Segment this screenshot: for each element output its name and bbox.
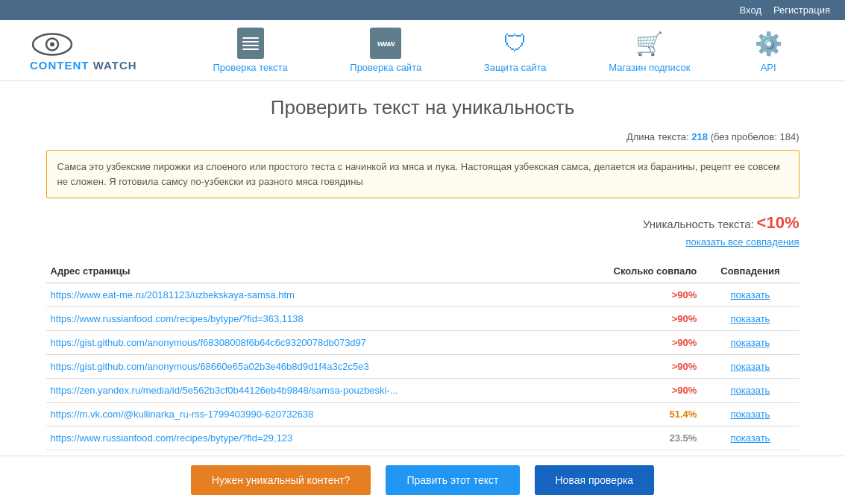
row-count: >90% xyxy=(569,379,702,403)
row-show: показать xyxy=(701,403,799,426)
nav-protect-site-label: Защита сайта xyxy=(484,62,547,73)
page-link[interactable]: https://www.eat-me.ru/20181123/uzbekskay… xyxy=(51,289,295,300)
show-link[interactable]: показать xyxy=(730,432,770,444)
table-row: https://gist.github.com/anonymous/f68308… xyxy=(46,331,800,355)
table-row: https://zen.yandex.ru/media/id/5e562b3cf… xyxy=(46,379,800,403)
nav-shop-label: Магазин подписок xyxy=(609,62,690,73)
col-matches: Совпадения xyxy=(701,259,799,283)
table-row: https://www.eat-me.ru/20181123/uzbekskay… xyxy=(46,283,800,307)
text-display: Самса это узбекские пирожки из слоеного … xyxy=(46,150,800,198)
text-content: Самса это узбекские пирожки из слоеного … xyxy=(57,161,781,187)
row-url: https://www.russianfood.com/recipes/byty… xyxy=(46,307,569,331)
btn-edit-text[interactable]: Править этот текст xyxy=(386,465,519,495)
bottom-bar: Нужен уникальный контент? Править этот т… xyxy=(0,456,845,504)
www-icon: www xyxy=(370,28,401,59)
register-link[interactable]: Регистрация xyxy=(773,4,830,16)
nav-check-site-label: Проверка сайта xyxy=(350,62,421,73)
page-title: Проверить текст на уникальность xyxy=(46,96,800,119)
row-show: показать xyxy=(701,355,799,379)
shield-icon: 🛡 xyxy=(503,30,527,57)
row-count: >90% xyxy=(569,355,702,379)
row-url: https://www.russianfood.com/recipes/byty… xyxy=(46,426,569,450)
row-url: https://m.vk.com/@kullinarka_ru-rss-1799… xyxy=(46,403,569,426)
nav-check-site[interactable]: www Проверка сайта xyxy=(335,28,436,73)
logo[interactable]: CONTENT WATCH xyxy=(30,29,137,72)
row-count: >90% xyxy=(569,307,702,331)
svg-point-2 xyxy=(50,42,54,47)
col-address: Адрес страницы xyxy=(46,259,569,283)
nav-protect-site[interactable]: 🛡 Защита сайта xyxy=(469,28,562,73)
main-content: Проверить текст на уникальность Длина те… xyxy=(31,81,814,504)
row-url: https://gist.github.com/anonymous/f68308… xyxy=(46,331,569,355)
nav-api[interactable]: ⚙️ API xyxy=(738,28,799,73)
nav-api-label: API xyxy=(761,62,776,73)
table-row: https://www.russianfood.com/recipes/byty… xyxy=(46,426,800,450)
btn-unique-content[interactable]: Нужен уникальный контент? xyxy=(191,465,371,495)
row-count: 51.4% xyxy=(569,403,702,426)
show-all-link[interactable]: показать все совпадения xyxy=(46,236,800,248)
results-table: Адрес страницы Сколько совпало Совпадени… xyxy=(46,259,800,474)
show-link[interactable]: показать xyxy=(730,337,770,348)
top-bar: Вход Регистрация xyxy=(0,0,845,20)
logo-text: CONTENT WATCH xyxy=(30,59,137,72)
page-link[interactable]: https://zen.yandex.ru/media/id/5e562b3cf… xyxy=(51,385,398,396)
row-show: показать xyxy=(701,283,799,307)
page-link[interactable]: https://www.russianfood.com/recipes/byty… xyxy=(51,313,304,324)
row-show: показать xyxy=(701,331,799,355)
page-link[interactable]: https://www.russianfood.com/recipes/byty… xyxy=(51,432,293,444)
nav-check-text[interactable]: Проверка текста xyxy=(198,28,302,73)
show-link[interactable]: показать xyxy=(730,289,770,300)
row-show: показать xyxy=(701,307,799,331)
row-url: https://zen.yandex.ru/media/id/5e562b3cf… xyxy=(46,379,569,403)
cart-icon: 🛒 xyxy=(635,31,663,57)
table-row: https://m.vk.com/@kullinarka_ru-rss-1799… xyxy=(46,403,800,426)
table-row: https://www.russianfood.com/recipes/byty… xyxy=(46,307,800,331)
show-link[interactable]: показать xyxy=(730,313,770,324)
main-nav: Проверка текста www Проверка сайта 🛡 Защ… xyxy=(182,28,815,73)
page-link[interactable]: https://gist.github.com/anonymous/f68308… xyxy=(51,337,367,348)
api-icon: ⚙️ xyxy=(755,31,782,57)
login-link[interactable]: Вход xyxy=(740,4,761,16)
nav-shop[interactable]: 🛒 Магазин подписок xyxy=(594,28,705,73)
row-url: https://gist.github.com/anonymous/68660e… xyxy=(46,355,569,379)
show-link[interactable]: показать xyxy=(730,361,770,372)
page-link[interactable]: https://gist.github.com/anonymous/68660e… xyxy=(51,361,369,372)
row-url: https://www.eat-me.ru/20181123/uzbekskay… xyxy=(46,283,569,307)
show-link[interactable]: показать xyxy=(730,385,770,396)
doc-icon xyxy=(237,28,264,59)
text-length: Длина текста: 218 (без пробелов: 184) xyxy=(46,131,800,142)
row-show: показать xyxy=(701,379,799,403)
table-row: https://gist.github.com/anonymous/68660e… xyxy=(46,355,800,379)
row-count: >90% xyxy=(569,283,702,307)
show-link[interactable]: показать xyxy=(730,409,770,420)
uniqueness-row: Уникальность текста: <10% xyxy=(46,213,800,233)
page-link[interactable]: https://m.vk.com/@kullinarka_ru-rss-1799… xyxy=(51,409,314,420)
col-count: Сколько совпало xyxy=(569,259,702,283)
row-count: 23.5% xyxy=(569,426,702,450)
btn-new-check[interactable]: Новая проверка xyxy=(535,465,655,495)
nav-check-text-label: Проверка текста xyxy=(213,62,287,73)
row-show: показать xyxy=(701,426,799,450)
show-all-anchor[interactable]: показать все совпадения xyxy=(685,236,799,248)
row-count: >90% xyxy=(569,331,702,355)
header: CONTENT WATCH Проверка текста www xyxy=(0,20,845,81)
